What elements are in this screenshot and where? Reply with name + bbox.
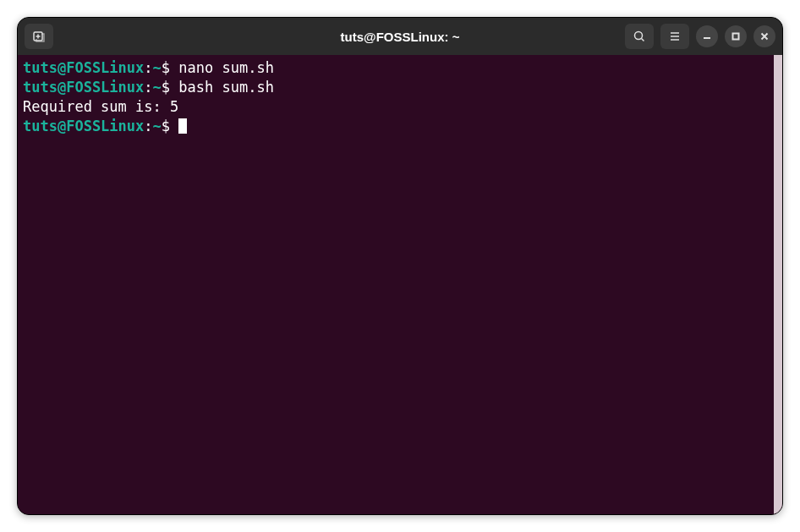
maximize-button[interactable] <box>725 25 747 47</box>
prompt-symbol: $ <box>162 79 170 96</box>
prompt-user-host: tuts@FOSSLinux <box>23 59 144 76</box>
prompt-path: ~ <box>153 59 162 76</box>
svg-rect-2 <box>733 34 739 40</box>
prompt-path: ~ <box>153 118 162 134</box>
search-icon <box>633 30 646 43</box>
svg-point-1 <box>635 32 643 40</box>
window-title: tuts@FOSSLinux: ~ <box>341 30 460 44</box>
terminal-line: tuts@FOSSLinux:~$ <box>23 117 777 136</box>
terminal-window: tuts@FOSSLinux: ~ <box>17 17 783 515</box>
search-button[interactable] <box>625 24 654 49</box>
titlebar-right <box>625 24 775 49</box>
titlebar-left <box>25 24 53 49</box>
prompt-separator: : <box>144 79 152 96</box>
prompt-user-host: tuts@FOSSLinux <box>23 118 144 134</box>
prompt-user-host: tuts@FOSSLinux <box>23 79 144 96</box>
prompt-symbol: $ <box>162 118 170 134</box>
terminal-line: Required sum is: 5 <box>23 97 777 117</box>
output-text: Required sum is: 5 <box>23 98 178 115</box>
close-button[interactable] <box>753 25 775 47</box>
minimize-button[interactable] <box>696 25 718 47</box>
close-icon <box>759 31 770 41</box>
terminal-line: tuts@FOSSLinux:~$ bash sum.sh <box>23 78 777 97</box>
menu-button[interactable] <box>660 24 689 49</box>
prompt-symbol: $ <box>162 59 170 76</box>
terminal-body[interactable]: tuts@FOSSLinux:~$ nano sum.sh tuts@FOSSL… <box>18 55 782 514</box>
maximize-icon <box>731 31 741 41</box>
new-tab-icon <box>32 30 46 43</box>
prompt-separator: : <box>144 118 152 134</box>
scrollbar[interactable] <box>774 55 782 514</box>
cursor <box>178 118 187 134</box>
new-tab-button[interactable] <box>25 24 53 49</box>
command-text: bash sum.sh <box>178 79 274 96</box>
titlebar: tuts@FOSSLinux: ~ <box>18 18 782 55</box>
command-text: nano sum.sh <box>178 59 274 76</box>
prompt-separator: : <box>144 59 152 76</box>
prompt-path: ~ <box>153 79 162 96</box>
hamburger-icon <box>668 30 682 43</box>
minimize-icon <box>702 31 712 41</box>
terminal-line: tuts@FOSSLinux:~$ nano sum.sh <box>23 58 777 78</box>
